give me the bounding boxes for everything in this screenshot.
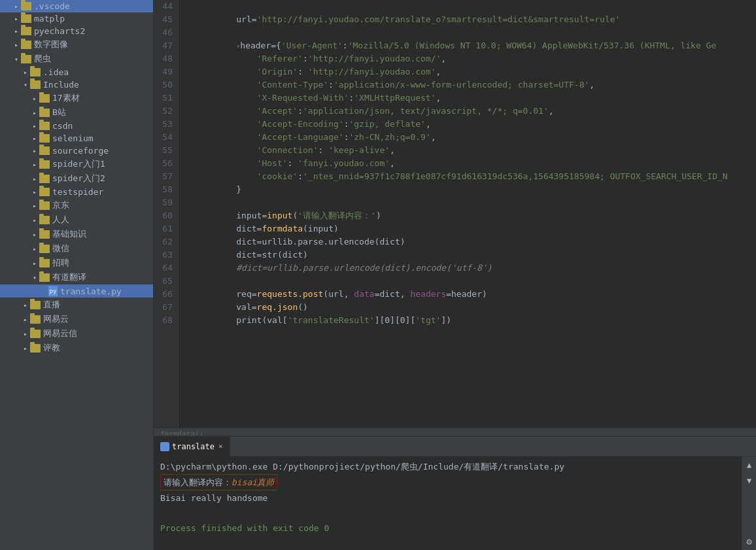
input-box: 请输入翻译内容：bisai真师 [160, 474, 277, 490]
terminal-content[interactable]: D:\pycharm\python.exe D:/pythonprojiect/… [154, 456, 742, 550]
terminal-blank-line [160, 509, 735, 522]
sidebar-item-jingdong[interactable]: 京东 [0, 198, 153, 213]
arrow-icon [30, 260, 39, 267]
input-value: bisai真师 [232, 477, 274, 487]
arrow-icon [12, 3, 21, 10]
sidebar-item-include[interactable]: Include [0, 78, 153, 91]
folder-icon [30, 80, 41, 89]
sidebar-item-matplp[interactable]: matplp [0, 12, 153, 25]
sidebar-item-sourceforge[interactable]: sourceforge [0, 145, 153, 157]
sidebar-item-label: 人人 [52, 214, 69, 226]
arrow-icon [30, 147, 39, 154]
sidebar-item-label: matplp [34, 14, 65, 24]
sidebar-item-label: .idea [43, 67, 69, 77]
sidebar-item-wangyiyunxin[interactable]: 网易云信 [0, 326, 153, 341]
sidebar-item-spider2[interactable]: spider入门2 [0, 171, 153, 186]
sidebar-item-label: 微信 [52, 243, 69, 254]
sidebar-item-label: csdn [52, 121, 73, 131]
sidebar-item-wangyiyun[interactable]: 网易云 [0, 312, 153, 326]
sidebar-item-pingjiao[interactable]: 评教 [0, 341, 153, 355]
arrow-icon [12, 41, 21, 48]
folder-icon [30, 344, 41, 352]
sidebar-item-label: sourceforge [52, 146, 109, 156]
terminal-body: D:\pycharm\python.exe D:/pythonprojiect/… [154, 456, 756, 550]
code-editor[interactable]: url='http://fanyi.youdao.com/translate_o… [179, 0, 756, 428]
sidebar-item-label: selenium [52, 133, 94, 143]
sidebar-item-label: spider入门1 [52, 158, 105, 170]
terminal-close-button[interactable]: × [218, 442, 223, 451]
editor-area: 44 45 46 47 48 49 50 51 52 53 54 55 56 5… [154, 0, 756, 550]
sidebar-item-translate-py[interactable]: py translate.py [0, 284, 153, 298]
code-horizontal-scrollbar[interactable]: formdata() [154, 428, 756, 436]
arrow-icon [30, 274, 39, 281]
sidebar-item-zhaopin[interactable]: 招聘 [0, 256, 153, 270]
sidebar-item-label: .vscode [34, 1, 70, 11]
sidebar-item-pachong[interactable]: 爬虫 [0, 52, 153, 66]
sidebar-item-label: translate.py [60, 286, 122, 296]
sidebar-item-idea[interactable]: .idea [0, 66, 153, 78]
code-line-59: input=input('请输入翻译内容：') [185, 196, 756, 209]
sidebar-item-spider1[interactable]: spider入门1 [0, 157, 153, 171]
sidebar-item-selenium[interactable]: selenium [0, 132, 153, 145]
arrow-icon [30, 245, 39, 252]
sidebar-item-shuzituxiang[interactable]: 数字图像 [0, 37, 153, 52]
folder-icon [21, 55, 31, 63]
folder-icon [21, 27, 31, 35]
file-tree-sidebar[interactable]: .vscode matplp pyecharts2 数字图像 爬虫 [0, 0, 154, 550]
terminal-tab-translate[interactable]: translate × [154, 437, 230, 456]
arrow-icon [30, 122, 39, 129]
sidebar-item-youdao[interactable]: 有道翻译 [0, 270, 153, 284]
sidebar-item-renren[interactable]: 人人 [0, 213, 153, 227]
sidebar-item-csdn[interactable]: csdn [0, 120, 153, 132]
sidebar-item-vscode[interactable]: .vscode [0, 0, 153, 12]
sidebar-item-label: B站 [52, 107, 66, 118]
arrow-icon [30, 135, 39, 142]
folder-icon [39, 245, 50, 253]
sidebar-item-zhibo[interactable]: 直播 [0, 298, 153, 312]
arrow-icon [12, 15, 21, 22]
sidebar-item-label: 网易云 [43, 313, 69, 325]
sidebar-item-17sucai[interactable]: 17素材 [0, 91, 153, 105]
arrow-icon [30, 231, 39, 238]
folder-icon [39, 175, 50, 183]
code-line-65: req=requests.post(url, data=dict, header… [185, 275, 756, 288]
folder-icon [30, 330, 41, 338]
sidebar-item-bzhan[interactable]: B站 [0, 105, 153, 120]
folder-icon [39, 122, 50, 130]
folder-icon [21, 2, 31, 10]
code-line-46: ▾header={'User-Agent':'Mozilla/5.0 (Wind… [185, 26, 756, 39]
folder-icon [21, 14, 31, 23]
code-line-44: url='http://fanyi.youdao.com/translate_o… [185, 0, 756, 13]
folder-icon [39, 160, 50, 169]
folder-icon [39, 188, 50, 196]
sidebar-item-label: 网易云信 [43, 328, 77, 339]
terminal-area: translate × D:\pycharm\python.exe D:/pyt… [154, 436, 756, 550]
sidebar-item-label: spider入门2 [52, 173, 105, 184]
scroll-up-button[interactable]: ▲ [744, 459, 755, 471]
terminal-output-line: Bisai really handsome [160, 492, 735, 504]
folder-icon [39, 230, 50, 239]
sidebar-item-label: 招聘 [52, 257, 69, 269]
folder-icon [39, 134, 50, 143]
folder-icon [39, 146, 50, 155]
scroll-down-button[interactable]: ▼ [744, 475, 755, 487]
arrow-icon [21, 330, 30, 337]
arrow-icon [21, 345, 30, 352]
sidebar-item-label: 评教 [43, 342, 60, 354]
sidebar-item-jichu[interactable]: 基础知识 [0, 227, 153, 241]
sidebar-item-label: 基础知识 [52, 228, 86, 240]
sidebar-item-label: pyecharts2 [34, 26, 85, 36]
sidebar-item-weixin[interactable]: 微信 [0, 241, 153, 256]
folder-icon [39, 273, 50, 282]
sidebar-item-label: Include [43, 80, 79, 90]
settings-icon[interactable]: ⚙ [744, 536, 755, 547]
sidebar-item-testspider[interactable]: testspider [0, 186, 153, 198]
sidebar-item-label: 爬虫 [34, 53, 51, 65]
py-file-icon: py [48, 286, 58, 296]
input-prompt: 请输入翻译内容： [163, 477, 232, 487]
arrow-icon [12, 56, 21, 63]
sidebar-item-pyecharts2[interactable]: pyecharts2 [0, 25, 153, 37]
folder-icon [21, 41, 31, 49]
run-command-line: D:\pycharm\python.exe D:/pythonprojiect/… [160, 460, 735, 473]
sidebar-item-label: 直播 [43, 299, 60, 311]
